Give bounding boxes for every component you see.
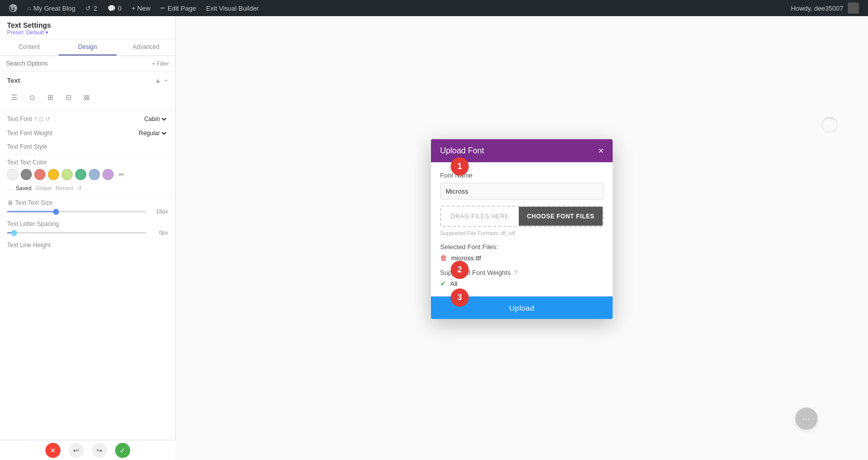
text-font-label: Text Font ? ⊡ ↺ ⋮ bbox=[7, 116, 58, 123]
text-font-row: Text Font ? ⊡ ↺ ⋮ Cabin bbox=[0, 112, 175, 126]
tab-advanced[interactable]: Advanced bbox=[117, 39, 175, 55]
color-picker-icon[interactable]: ✏ bbox=[116, 169, 127, 180]
color-action-row: ... Saved Global Recent ↺ bbox=[0, 183, 175, 194]
alignment-row: ☰ ⊙ ⊞ ⊟ ⊠ bbox=[7, 88, 168, 106]
text-color-label: Text Text Color bbox=[7, 159, 168, 166]
panel-title: Text Settings bbox=[7, 21, 168, 29]
section-title: Text bbox=[7, 77, 20, 84]
admin-bar-exit-builder[interactable]: Exit Visual Builder bbox=[201, 0, 264, 16]
cancel-button[interactable]: ✕ bbox=[45, 443, 61, 458]
choose-files-button[interactable]: CHOOSE FONT FILES bbox=[519, 207, 603, 226]
letter-spacing-value: 0px bbox=[150, 229, 168, 236]
text-indent-icon[interactable]: ⊞ bbox=[43, 90, 58, 104]
main-content: ··· 1 2 3 Upload Font × Font Name DRAG F… bbox=[176, 16, 868, 460]
reset-icon[interactable]: ↺ bbox=[45, 116, 50, 123]
font-weights-help-icon[interactable]: ? bbox=[514, 269, 517, 276]
file-item: 🗑 micross.ttf bbox=[440, 254, 604, 262]
panel-header: Text Settings Preset: Default ▾ bbox=[0, 16, 175, 39]
redo-button[interactable]: ↪ bbox=[92, 443, 107, 458]
tab-design[interactable]: Design bbox=[59, 39, 117, 55]
wp-logo[interactable] bbox=[4, 0, 22, 16]
swatch-green[interactable] bbox=[75, 169, 86, 180]
recent-link[interactable]: Recent bbox=[56, 185, 73, 192]
text-more-icon[interactable]: ⊠ bbox=[80, 90, 94, 104]
line-height-label: Text Line Height bbox=[7, 242, 50, 249]
reset-color-icon[interactable]: ↺ bbox=[77, 185, 82, 192]
font-weight-all-row: ✔ All bbox=[440, 279, 604, 288]
copy-icon[interactable]: ⊡ bbox=[39, 116, 43, 123]
text-font-weight-label: Text Font Weight bbox=[7, 130, 52, 137]
filter-button[interactable]: + Filter bbox=[152, 61, 169, 67]
text-format-icon[interactable]: ⊟ bbox=[62, 90, 76, 104]
panel-preset: Preset: Default ▾ bbox=[7, 29, 168, 36]
left-panel: Text Settings Preset: Default ▾ Content … bbox=[0, 16, 176, 460]
text-font-style-label: Text Font Style bbox=[7, 143, 47, 150]
step-2-badge: 2 bbox=[451, 261, 469, 279]
selected-files-label: Selected Font Files: bbox=[440, 243, 604, 251]
text-size-label: 🖥 Text Text Size bbox=[7, 199, 168, 206]
letter-spacing-slider[interactable] bbox=[7, 232, 146, 234]
save-button[interactable]: ✓ bbox=[115, 443, 130, 458]
file-delete-icon[interactable]: 🗑 bbox=[440, 254, 447, 262]
check-all-icon[interactable]: ✔ bbox=[440, 279, 446, 288]
text-size-value: 18px bbox=[150, 208, 168, 214]
section-actions: ▲ + bbox=[155, 77, 168, 84]
global-link[interactable]: Global bbox=[35, 185, 51, 192]
format-hint: Supported File Formats: ttf, otf bbox=[440, 230, 604, 236]
text-size-slider-container: 18px bbox=[7, 208, 168, 214]
swatch-light-green[interactable] bbox=[62, 169, 73, 180]
panel-tabs: Content Design Advanced bbox=[0, 39, 175, 56]
text-color-section: Text Text Color ✏ bbox=[0, 156, 175, 183]
letter-spacing-section: Text Letter Spacing 0px bbox=[0, 217, 175, 239]
swatch-purple[interactable] bbox=[102, 169, 114, 180]
step-1-badge: 1 bbox=[451, 157, 469, 176]
file-upload-area: DRAG FILES HERE CHOOSE FONT FILES bbox=[440, 206, 604, 227]
check-all-label: All bbox=[450, 279, 457, 287]
font-name-input[interactable] bbox=[440, 183, 604, 200]
text-section: Text ▲ + ☰ ⊙ ⊞ ⊟ ⊠ bbox=[0, 72, 175, 109]
text-font-style-row: Text Font Style bbox=[0, 140, 175, 153]
swatch-blue[interactable] bbox=[89, 169, 100, 180]
modal-close-button[interactable]: × bbox=[598, 146, 604, 155]
bottom-action-bar: ✕ ↩ ↪ ✓ bbox=[0, 440, 176, 460]
admin-bar-comments[interactable]: 💬 0 bbox=[102, 0, 127, 16]
text-size-section: 🖥 Text Text Size 18px bbox=[0, 196, 175, 217]
undo-button[interactable]: ↩ bbox=[69, 443, 84, 458]
text-font-select[interactable]: Cabin bbox=[142, 115, 168, 123]
align-left-icon[interactable]: ☰ bbox=[7, 90, 21, 104]
help-icon[interactable]: ? bbox=[34, 116, 37, 122]
letter-spacing-slider-container: 0px bbox=[7, 229, 168, 236]
admin-bar-new[interactable]: + New bbox=[127, 0, 155, 16]
swatch-gray[interactable] bbox=[21, 169, 32, 180]
swatch-white[interactable] bbox=[7, 169, 18, 180]
color-swatches: ✏ bbox=[7, 169, 168, 180]
letter-spacing-label: Text Letter Spacing bbox=[7, 220, 168, 227]
text-size-slider[interactable] bbox=[7, 211, 146, 212]
tab-content[interactable]: Content bbox=[0, 39, 59, 55]
modal-title: Upload Font bbox=[440, 146, 484, 155]
drag-drop-zone[interactable]: DRAG FILES HERE bbox=[441, 207, 519, 226]
text-font-weight-row: Text Font Weight Regular bbox=[0, 126, 175, 140]
section-collapse-icon[interactable]: ▲ bbox=[155, 77, 161, 84]
saved-link[interactable]: Saved bbox=[16, 185, 31, 192]
step-3-badge: 3 bbox=[451, 289, 469, 307]
swatch-pink[interactable] bbox=[34, 169, 45, 180]
text-style-icon[interactable]: ⊙ bbox=[25, 90, 39, 104]
monitor-icon: 🖥 bbox=[7, 199, 13, 206]
section-header: Text ▲ + bbox=[7, 77, 168, 84]
admin-bar-revisions[interactable]: ↺ 2 bbox=[80, 0, 102, 16]
admin-bar-howdy[interactable]: Howdy, dee35007 bbox=[786, 0, 864, 16]
search-input[interactable] bbox=[6, 60, 149, 67]
panel-search-bar: + Filter bbox=[0, 56, 175, 72]
line-height-row: Text Line Height bbox=[0, 239, 175, 252]
more-icon[interactable]: ⋮ bbox=[52, 116, 58, 123]
swatch-yellow[interactable] bbox=[48, 169, 59, 180]
file-name: micross.ttf bbox=[451, 254, 481, 261]
text-font-weight-select[interactable]: Regular bbox=[136, 129, 168, 137]
wp-admin-bar: ⌂ My Great Blog ↺ 2 💬 0 + New ✏ Edit Pag… bbox=[0, 0, 868, 16]
admin-bar-site[interactable]: ⌂ My Great Blog bbox=[22, 0, 80, 16]
admin-bar-edit-page[interactable]: ✏ Edit Page bbox=[155, 0, 201, 16]
section-add-icon[interactable]: + bbox=[164, 77, 168, 84]
